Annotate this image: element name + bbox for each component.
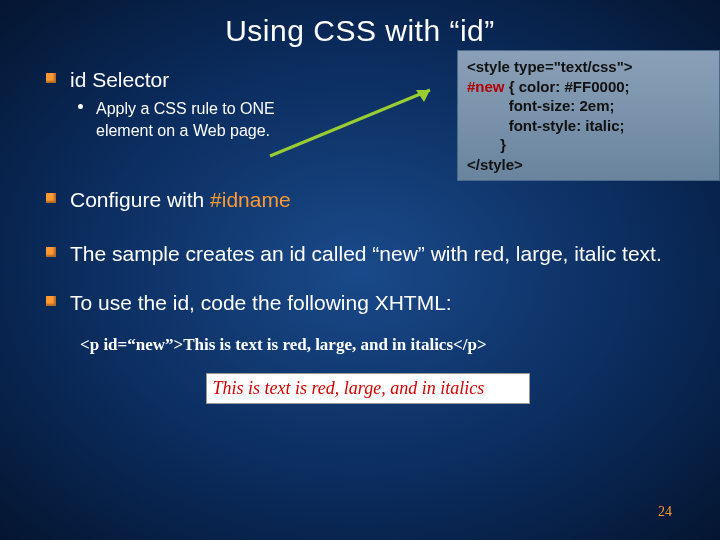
bullet-1-text: id Selector [70, 66, 665, 94]
bullet-4-text: To use the id, code the following XHTML: [70, 289, 665, 317]
bullet-icon [46, 296, 56, 306]
page-number: 24 [658, 504, 672, 520]
idname-highlight: #idname [210, 188, 291, 211]
bullet-4: To use the id, code the following XHTML: [70, 289, 665, 317]
slide-body: <style type="text/css"> #new { color: #F… [0, 48, 720, 404]
sub-bullet-1-text: Apply a CSS rule to ONE element on a Web… [96, 98, 306, 141]
sub-bullet-icon [78, 104, 83, 109]
bullet-icon [46, 73, 56, 83]
bullet-3: The sample creates an id called “new” wi… [70, 240, 665, 268]
bullet-icon [46, 247, 56, 257]
bullet-1: id Selector Apply a CSS rule to ONE elem… [70, 66, 665, 176]
rendered-output: This is text is red, large, and in itali… [206, 373, 530, 404]
bullet-3-text: The sample creates an id called “new” wi… [70, 240, 665, 268]
sub-bullet-1: Apply a CSS rule to ONE element on a Web… [96, 98, 665, 141]
bullet-icon [46, 193, 56, 203]
slide-title: Using CSS with “id” [0, 0, 720, 48]
example-code: <p id=“new”>This is text is red, large, … [80, 335, 665, 355]
bullet-2-text: Configure with #idname [70, 186, 665, 214]
bullet-2: Configure with #idname [70, 186, 665, 214]
